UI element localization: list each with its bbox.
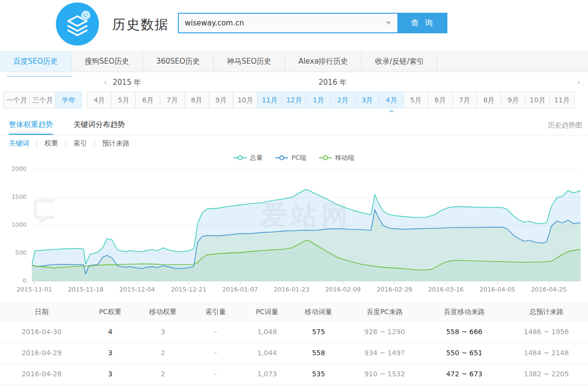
active-tab-indicator	[7, 76, 73, 77]
table-row[interactable]: 2016-04-3043-1,048575928 ~ 1290558 ~ 666…	[0, 321, 588, 343]
selected-month-caret-icon	[389, 109, 394, 112]
month-cell[interactable]: 7月	[160, 92, 185, 108]
top-tab-bar: 百度SEO历史搜狗SEO历史360SEO历史神马SEO历史Alexa排行历史收录…	[0, 51, 588, 72]
x-axis-tick	[292, 282, 292, 284]
table-cell: 550 ~ 651	[424, 349, 505, 357]
legend-item[interactable]: PC端	[275, 153, 306, 162]
x-axis-label: 2015-12-04	[114, 286, 160, 293]
month-cell[interactable]: 11月	[257, 92, 282, 108]
page-title: 历史数据	[112, 16, 169, 33]
month-cell[interactable]: 5月	[111, 92, 136, 108]
period-option[interactable]: 三个月	[29, 92, 56, 108]
x-axis-tick	[549, 282, 549, 284]
top-tab[interactable]: 360SEO历史	[143, 51, 214, 72]
table-cell: -	[189, 370, 243, 378]
x-axis-label: 2016-03-16	[423, 286, 469, 293]
table-cell: -	[189, 328, 243, 336]
query-button[interactable]: 查 询	[398, 13, 447, 33]
prev-year-arrow[interactable]: ‹	[104, 78, 107, 87]
table-cell: 558 ~ 666	[424, 328, 505, 336]
month-cell[interactable]: 4月	[87, 92, 112, 108]
table-body: 2016-04-3043-1,048575928 ~ 1290558 ~ 666…	[0, 321, 588, 385]
legend-item[interactable]: 移动端	[319, 153, 354, 162]
top-tab[interactable]: 收录/反链/索引	[362, 51, 438, 72]
legend-dot	[279, 155, 284, 160]
x-axis-tick	[446, 282, 446, 284]
month-cell[interactable]: 6月	[135, 92, 160, 108]
top-tab[interactable]: 百度SEO历史	[0, 51, 72, 72]
next-year-arrow[interactable]: ›	[577, 78, 580, 87]
table-cell: 934 ~ 1497	[345, 349, 424, 357]
top-tab[interactable]: 搜狗SEO历史	[72, 51, 143, 72]
y-axis-label: 2000	[1, 166, 26, 172]
trend-subtab[interactable]: 关键词分布趋势	[74, 115, 125, 134]
column-header: 总预计来路	[505, 308, 588, 317]
month-cell[interactable]: 9月	[209, 92, 234, 108]
x-axis-tick	[189, 282, 189, 284]
column-header: 移动词量	[292, 308, 345, 317]
month-cell[interactable]: 4月	[379, 92, 404, 108]
page-header: 历史数据 查 询	[0, 0, 588, 51]
x-axis-label: 2016-04-05	[474, 286, 520, 293]
month-cell[interactable]: 8月	[184, 92, 209, 108]
month-cell[interactable]: 12月	[282, 92, 307, 108]
month-cell[interactable]: 7月	[452, 92, 477, 108]
table-row[interactable]: 2016-04-2832-1,073535910 ~ 1532472 ~ 673…	[0, 364, 588, 385]
month-cell[interactable]: 8月	[476, 92, 501, 108]
date-range-selector: ‹ 2015 年 2016 年 › 一个月三个月半年 4月5月6月7月8月9月1…	[0, 72, 588, 114]
table-cell: 1382 ~ 2205	[505, 370, 588, 378]
x-axis-label: 2016-04-25	[526, 286, 572, 293]
month-cell[interactable]: 10月	[525, 92, 550, 108]
filter-separator: |	[36, 139, 38, 147]
table-cell: 472 ~ 673	[424, 370, 505, 378]
year-label-2015: 2015 年	[113, 78, 141, 87]
legend-item[interactable]: 总量	[234, 153, 263, 162]
month-cell[interactable]: 1月	[306, 92, 331, 108]
column-header: PC权重	[83, 308, 137, 317]
trend-subtab[interactable]: 整体权重趋势	[9, 115, 53, 135]
month-cell[interactable]: 10月	[233, 92, 258, 108]
filter-link[interactable]: 索引	[73, 139, 87, 147]
top-tab[interactable]: 神马SEO历史	[214, 51, 285, 72]
month-cell[interactable]: 11月	[549, 92, 574, 108]
x-axis-tick	[34, 282, 35, 284]
domain-input[interactable]	[179, 14, 381, 32]
y-axis-label: 0	[1, 277, 26, 284]
period-option[interactable]: 半年	[55, 92, 82, 108]
month-cell[interactable]: 2月	[330, 92, 355, 108]
year-label-2016: 2016 年	[318, 78, 347, 87]
x-axis-tick	[137, 282, 138, 284]
top-tab[interactable]: Alexa排行历史	[285, 51, 362, 72]
dropdown-caret-icon[interactable]	[386, 22, 391, 24]
x-axis-tick	[86, 282, 86, 284]
filter-link[interactable]: 预计来路	[102, 139, 129, 147]
month-cell[interactable]: 9月	[501, 92, 526, 108]
y-axis-label: 500	[1, 249, 26, 256]
column-header: 百度移动来路	[424, 308, 505, 317]
filter-separator: |	[65, 139, 67, 147]
month-cells: 4月5月6月7月8月9月10月11月12月1月2月3月4月5月6月7月8月9月1…	[87, 92, 574, 108]
table-cell: 2016-04-29	[0, 349, 83, 357]
column-header: 日期	[0, 308, 83, 317]
month-cell[interactable]: 6月	[428, 92, 453, 108]
month-cell[interactable]: 5月	[403, 92, 428, 108]
history-trend-link[interactable]: 历史趋势图	[548, 115, 582, 135]
filter-link[interactable]: 关键词	[9, 139, 29, 147]
table-cell: 1,073	[243, 370, 292, 378]
table-cell: 1,048	[243, 328, 292, 336]
period-option[interactable]: 一个月	[3, 92, 30, 108]
legend-marker-icon	[234, 155, 246, 160]
table-cell: 2	[137, 349, 189, 357]
table-cell: 4	[83, 328, 137, 336]
table-row[interactable]: 2016-04-2932-1,044558934 ~ 1497550 ~ 651…	[0, 343, 588, 364]
metric-filters: 关键词|权重|索引|预计来路	[0, 135, 588, 151]
legend-label: PC端	[292, 153, 306, 162]
table-cell: 3	[83, 370, 137, 378]
x-axis-tick	[343, 282, 343, 284]
x-axis-label: 2015-11-18	[63, 286, 109, 293]
filter-link[interactable]: 权重	[45, 139, 58, 147]
trend-subtabs: 整体权重趋势关键词分布趋势历史趋势图	[0, 115, 588, 135]
table-cell: 3	[137, 328, 189, 336]
month-cell[interactable]: 3月	[355, 92, 380, 108]
x-axis-tick	[394, 282, 395, 284]
